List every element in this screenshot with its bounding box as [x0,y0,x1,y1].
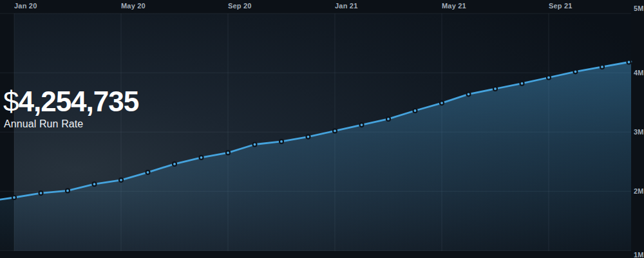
annual-run-rate-chart: Jan 20May 20Sep 20Jan 21May 21Sep 21 5M4… [0,0,644,258]
data-point[interactable] [574,69,578,73]
data-point[interactable] [520,82,524,86]
x-axis-tick-label: May 20 [121,2,146,10]
data-point[interactable] [146,170,150,174]
data-point[interactable] [467,92,471,96]
data-point[interactable] [200,156,204,160]
x-axis-tick-label: Sep 20 [228,2,252,10]
data-point[interactable] [493,87,497,91]
data-point[interactable] [279,140,283,143]
data-point[interactable] [333,129,337,133]
x-axis-tick-label: Sep 21 [549,2,573,10]
data-point[interactable] [360,123,364,127]
x-axis-tick-label: May 21 [442,2,466,10]
data-point[interactable] [600,65,604,69]
x-axis-tick-label: Jan 20 [14,2,37,10]
y-axis: 5M4M3M2M1M [634,5,644,258]
data-point[interactable] [66,189,70,192]
data-point[interactable] [440,101,444,105]
data-point[interactable] [226,151,230,154]
arr-amount: 4,254,735 [18,86,138,117]
y-axis-tick-label: 4M [634,69,644,77]
data-point[interactable] [627,60,631,64]
data-point[interactable] [307,135,310,139]
arr-dashboard: Jan 20May 20Sep 20Jan 21May 21Sep 21 5M4… [0,0,644,258]
data-point[interactable] [386,117,390,121]
data-point[interactable] [12,196,16,199]
x-axis: Jan 20May 20Sep 20Jan 21May 21Sep 21 [14,2,573,10]
data-point[interactable] [93,182,97,186]
data-point[interactable] [253,143,257,147]
data-point[interactable] [173,162,176,166]
arr-label: Annual Run Rate [4,118,83,130]
data-point[interactable] [413,109,417,113]
currency-symbol: $ [3,86,18,117]
data-point[interactable] [547,76,551,80]
data-point[interactable] [119,178,123,182]
x-axis-tick-label: Jan 21 [335,2,357,10]
y-axis-tick-label: 2M [634,187,644,195]
y-axis-tick-label: 1M [634,251,644,258]
data-point[interactable] [39,191,43,195]
arr-headline: $4,254,735 [3,86,138,117]
y-axis-tick-label: 5M [634,5,644,12]
y-axis-tick-label: 3M [634,128,644,136]
